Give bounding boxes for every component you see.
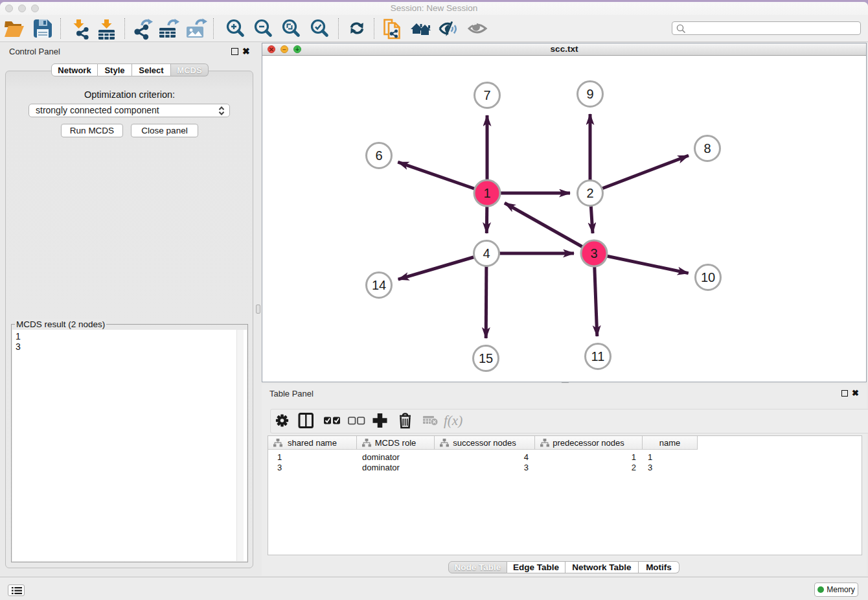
svg-text:7: 7: [483, 88, 490, 102]
svg-text:10: 10: [701, 270, 715, 284]
svg-text:1: 1: [483, 186, 490, 200]
svg-text:f(x): f(x): [444, 413, 463, 428]
svg-text:15: 15: [479, 351, 493, 365]
svg-text:11: 11: [591, 349, 605, 363]
svg-text:8: 8: [703, 141, 711, 156]
svg-text:6: 6: [375, 148, 382, 163]
svg-text:2: 2: [586, 186, 593, 200]
svg-text:4: 4: [483, 246, 490, 260]
svg-text:3: 3: [590, 246, 597, 260]
svg-text:9: 9: [586, 87, 593, 101]
svg-text:14: 14: [372, 278, 386, 292]
